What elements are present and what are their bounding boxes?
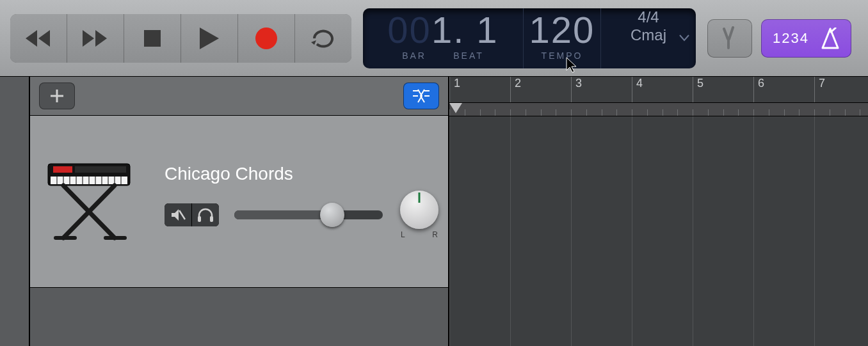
stop-button[interactable]: [124, 14, 181, 63]
volume-knob[interactable]: [320, 203, 344, 227]
beat-tick: [556, 109, 556, 116]
metronome-icon: [821, 28, 840, 49]
track-filter-button[interactable]: [403, 83, 439, 109]
pan-knob[interactable]: [400, 191, 438, 229]
ruler-mark: 2: [510, 77, 521, 102]
count-in-button[interactable]: 1234: [761, 19, 851, 58]
position-faded: 00: [387, 9, 431, 51]
lcd-display: 001. 1 BAR BEAT 120 TEMPO 4/4 Cmaj: [363, 8, 696, 68]
chevron-down-icon: [679, 34, 689, 42]
track-row[interactable]: Chicago Chords: [30, 116, 448, 288]
svg-rect-24: [210, 216, 213, 222]
fastforward-button[interactable]: [67, 14, 124, 63]
play-icon: [200, 28, 219, 49]
pan-left-label: L: [401, 230, 405, 239]
ruler-mark: 7: [814, 77, 825, 102]
ruler-mark: 1: [449, 77, 460, 102]
bar-gridline: [510, 116, 511, 346]
beat-tick: [708, 109, 709, 116]
beat-tick: [830, 109, 830, 116]
bar-ruler[interactable]: 1234567: [449, 77, 868, 103]
beat-tick: [632, 109, 632, 116]
svg-rect-17: [75, 166, 126, 173]
beat-tick: [541, 109, 542, 116]
arrange-area: 1234567: [449, 77, 868, 346]
main-area: Chicago Chords: [0, 77, 868, 346]
tuning-fork-icon: [718, 26, 742, 51]
beat-tick: [663, 109, 663, 116]
pan-right-label: R: [432, 230, 438, 239]
track-header-bar: [30, 77, 448, 116]
mute-button[interactable]: [165, 203, 191, 226]
beat-tick: [814, 109, 815, 116]
horizontal-filter-icon: [410, 89, 432, 103]
svg-rect-0: [144, 30, 161, 47]
beat-tick: [465, 109, 465, 116]
bar-gridline: [753, 116, 754, 346]
ruler-mark: 6: [753, 77, 764, 102]
beat-tick: [769, 109, 769, 116]
position-value: 1. 1: [431, 9, 499, 51]
svg-point-1: [255, 28, 277, 49]
beat-tick: [738, 109, 739, 116]
plus-icon: [49, 88, 65, 104]
record-button[interactable]: [238, 14, 295, 63]
left-gutter: [0, 77, 30, 346]
volume-slider[interactable]: [234, 210, 383, 219]
rewind-icon: [26, 30, 51, 47]
beat-tick: [860, 109, 860, 116]
tempo-label: TEMPO: [524, 51, 600, 61]
playhead[interactable]: [449, 103, 462, 116]
bar-gridline: [632, 116, 632, 346]
beat-tick: [480, 109, 481, 116]
position-display[interactable]: 001. 1 BAR BEAT: [363, 8, 523, 63]
beat-tick: [647, 109, 648, 116]
bar-gridline: [571, 116, 572, 346]
svg-line-22: [179, 210, 185, 219]
track-pane-empty: [30, 288, 448, 346]
tuner-button[interactable]: [707, 19, 752, 58]
beat-tick: [571, 109, 572, 116]
beat-tick: [693, 109, 693, 116]
headphones-icon: [197, 207, 214, 223]
count-in-label: 1234: [773, 30, 809, 47]
pan-control[interactable]: L R: [398, 191, 440, 239]
track-lane[interactable]: [449, 116, 868, 346]
cycle-button[interactable]: [295, 14, 351, 63]
rewind-button[interactable]: [10, 14, 67, 63]
play-button[interactable]: [181, 14, 238, 63]
beat-tick: [753, 109, 754, 116]
beat-label: BEAT: [453, 51, 484, 61]
cycle-icon: [310, 28, 336, 49]
beat-tick: [784, 109, 785, 116]
bar-gridline: [814, 116, 815, 346]
play-ruler[interactable]: [449, 103, 868, 116]
beat-tick: [616, 109, 617, 116]
track-header-pane: Chicago Chords: [30, 77, 449, 346]
beat-tick: [677, 109, 678, 116]
toolbar: 001. 1 BAR BEAT 120 TEMPO 4/4 Cmaj 1234: [0, 0, 868, 77]
beat-tick: [845, 109, 846, 116]
track-info: Chicago Chords: [165, 164, 440, 239]
beat-tick: [510, 109, 511, 116]
add-track-button[interactable]: [39, 83, 75, 109]
record-icon: [255, 28, 277, 49]
lcd-menu-button[interactable]: [679, 33, 689, 44]
ruler-mark: 4: [632, 77, 643, 102]
key-value: Cmaj: [631, 26, 666, 44]
fastforward-icon: [83, 30, 108, 47]
beat-tick: [723, 109, 724, 116]
bar-label: BAR: [402, 51, 426, 61]
tempo-display[interactable]: 120 TEMPO: [524, 8, 600, 61]
beat-tick: [799, 109, 800, 116]
playhead-icon: [449, 103, 462, 116]
mute-icon: [170, 208, 186, 222]
transport-controls: [10, 14, 351, 63]
stop-icon: [144, 30, 161, 47]
instrument-keyboard-icon: [43, 160, 139, 243]
mute-solo-group: [165, 203, 219, 226]
svg-rect-23: [198, 216, 201, 222]
ruler-mark: 5: [693, 77, 703, 102]
tempo-value: 120: [524, 10, 600, 51]
solo-button[interactable]: [191, 203, 219, 226]
